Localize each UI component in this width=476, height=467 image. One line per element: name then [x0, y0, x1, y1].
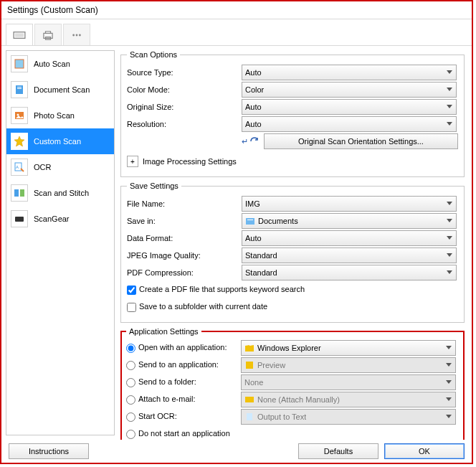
attach-email-select[interactable]: None (Attach Manually)	[241, 392, 456, 407]
original-size-label: Original Size:	[127, 103, 242, 111]
resolution-label: Resolution:	[127, 120, 242, 128]
svg-rect-15	[15, 217, 24, 222]
photo-scan-icon	[11, 107, 28, 124]
svg-rect-13	[14, 189, 19, 197]
auto-scan-icon	[11, 55, 28, 72]
sidebar-item-label: Document Scan	[34, 85, 90, 94]
data-format-label: Data Format:	[127, 234, 242, 242]
save-settings-group: Save Settings File Name:IMG Save in:Docu…	[120, 181, 465, 323]
send-to-folder-radio[interactable]: Send to a folder:	[126, 377, 241, 387]
original-size-select[interactable]: Auto	[242, 99, 457, 115]
sidebar-item-scan-and-stitch[interactable]: Scan and Stitch	[6, 180, 114, 206]
preview-icon	[244, 360, 254, 370]
source-type-select[interactable]: Auto	[242, 65, 457, 80]
svg-rect-6	[16, 85, 23, 94]
svg-point-3	[76, 34, 78, 36]
svg-rect-5	[15, 60, 24, 68]
svg-rect-17	[247, 220, 253, 220]
orientation-settings-button[interactable]: Original Scan Orientation Settings...	[264, 133, 458, 149]
tab-scan[interactable]	[6, 24, 33, 45]
sidebar-item-label: Scan and Stitch	[34, 189, 89, 197]
open-with-app-select[interactable]: Windows Explorer	[241, 340, 456, 356]
color-mode-select[interactable]: Color	[242, 82, 457, 98]
start-ocr-radio[interactable]: Start OCR:	[126, 412, 241, 422]
tab-output[interactable]	[34, 24, 62, 45]
save-in-label: Save in:	[127, 217, 242, 225]
mail-icon	[244, 395, 254, 405]
instructions-button[interactable]: Instructions	[9, 443, 89, 459]
svg-text:A: A	[16, 165, 19, 169]
sidebar-item-ocr[interactable]: A OCR	[6, 154, 114, 180]
scan-options-group: Scan Options Source Type:Auto Color Mode…	[120, 50, 465, 177]
expand-image-processing[interactable]: +	[127, 156, 138, 167]
svg-rect-20	[247, 413, 252, 420]
svg-rect-18	[246, 362, 253, 369]
send-to-folder-select[interactable]: None	[241, 374, 456, 390]
defaults-button[interactable]: Defaults	[298, 443, 379, 459]
scangear-icon	[11, 210, 28, 227]
sidebar-item-document-scan[interactable]: Document Scan	[6, 77, 114, 103]
svg-rect-16	[246, 218, 254, 225]
do-not-start-radio[interactable]: Do not start an application	[126, 429, 230, 439]
jpeg-quality-select[interactable]: Standard	[242, 247, 457, 263]
text-icon	[244, 412, 254, 422]
svg-point-4	[79, 34, 81, 36]
save-in-select[interactable]: Documents	[242, 213, 457, 229]
sidebar-item-label: Auto Scan	[34, 60, 70, 68]
printer-icon	[42, 30, 54, 40]
image-processing-label: Image Processing Settings	[143, 157, 237, 166]
sidebar-item-auto-scan[interactable]: Auto Scan	[6, 51, 114, 77]
ok-button[interactable]: OK	[384, 443, 465, 459]
sidebar-item-photo-scan[interactable]: Photo Scan	[6, 103, 114, 128]
scan-options-legend: Scan Options	[127, 50, 180, 59]
data-format-select[interactable]: Auto	[242, 230, 457, 246]
start-ocr-select[interactable]: Output to Text	[241, 409, 456, 425]
pdf-compression-label: PDF Compression:	[127, 268, 242, 277]
file-name-label: File Name:	[127, 199, 242, 208]
pdf-compression-select[interactable]: Standard	[242, 265, 457, 280]
sidebar-item-label: OCR	[34, 163, 51, 171]
application-settings-group: Application Settings Open with an applic…	[120, 327, 465, 440]
pdf-keyword-checkbox[interactable]: Create a PDF file that supports keyword …	[127, 285, 305, 295]
scan-and-stitch-icon	[11, 184, 28, 202]
source-type-label: Source Type:	[127, 68, 242, 77]
folder-icon	[245, 216, 255, 226]
sidebar: Auto Scan Document Scan Photo Scan Custo…	[6, 50, 115, 435]
window-title: Settings (Custom Scan)	[1, 1, 472, 19]
svg-point-2	[72, 34, 75, 36]
main-panel: Scan Options Source Type:Auto Color Mode…	[115, 46, 472, 440]
scanner-icon	[13, 30, 26, 40]
sidebar-item-scangear[interactable]: ScanGear	[6, 206, 114, 232]
sidebar-item-label: Photo Scan	[34, 111, 75, 120]
svg-rect-7	[17, 87, 22, 88]
jpeg-quality-label: JPEG Image Quality:	[127, 251, 242, 260]
svg-rect-1	[15, 33, 24, 37]
rotate-icon[interactable]: ↵	[242, 137, 260, 146]
attach-email-radio[interactable]: Attach to e-mail:	[126, 395, 241, 405]
document-scan-icon	[11, 81, 28, 98]
footer: Instructions Defaults OK	[1, 443, 472, 460]
svg-rect-19	[245, 397, 254, 402]
svg-rect-8	[17, 88, 22, 89]
application-settings-legend: Application Settings	[126, 327, 201, 336]
settings-window: Settings (Custom Scan) Auto Scan Documen…	[0, 0, 473, 464]
sidebar-item-label: Custom Scan	[34, 137, 81, 146]
color-mode-label: Color Mode:	[127, 85, 242, 94]
ocr-icon: A	[11, 159, 28, 176]
subfolder-checkbox[interactable]: Save to a subfolder with current date	[127, 302, 267, 312]
send-to-app-radio[interactable]: Send to an application:	[126, 360, 241, 370]
open-with-app-radio[interactable]: Open with an application:	[126, 343, 241, 353]
send-to-app-select[interactable]: Preview	[241, 357, 456, 373]
custom-scan-icon	[11, 133, 28, 150]
explorer-icon	[244, 343, 254, 353]
file-name-select[interactable]: IMG	[242, 196, 457, 212]
sidebar-item-custom-scan[interactable]: Custom Scan	[6, 128, 114, 154]
sidebar-item-label: ScanGear	[34, 214, 70, 223]
save-settings-legend: Save Settings	[127, 181, 181, 190]
tab-more[interactable]	[63, 24, 90, 45]
resolution-select[interactable]: Auto	[242, 116, 457, 132]
top-tabs	[1, 19, 472, 46]
svg-rect-14	[20, 189, 24, 197]
dots-icon	[70, 30, 83, 40]
